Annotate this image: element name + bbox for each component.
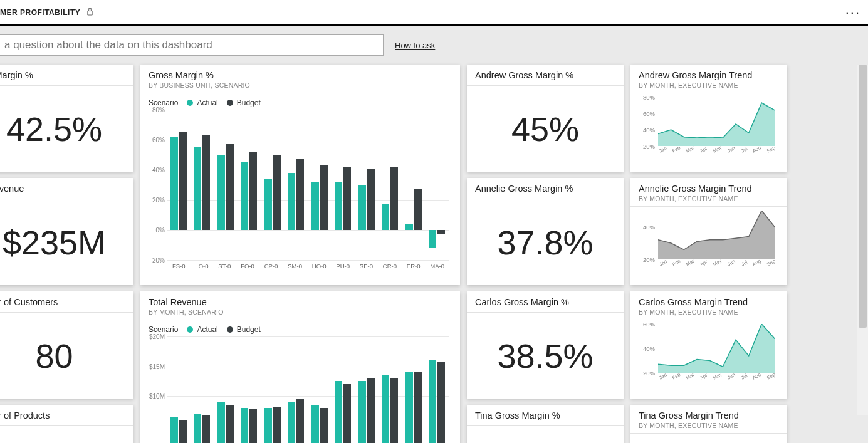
sparkline-annelie: 20%40%JanFebMarAprMayJunJulAugSep (643, 211, 775, 267)
legend-actual: Actual (187, 325, 217, 334)
tile-title: l Revenue (0, 184, 125, 194)
tile-tina-trend[interactable]: Tina Gross Margin Trend BY MONTH, EXECUT… (630, 405, 787, 443)
kpi-value: 42.5% (6, 110, 102, 149)
tile-andrew-trend[interactable]: Andrew Gross Margin Trend BY MONTH, EXEC… (630, 65, 787, 172)
legend-actual: Actual (187, 98, 217, 107)
tile-subtitle: BY BUSINESS UNIT, SCENARIO (149, 81, 452, 89)
dashboard-canvas: ss Margin % 42.5% l Revenue $235M nber o… (0, 65, 868, 443)
ask-bar: How to ask (0, 26, 868, 65)
tile-title: Annelie Gross Margin Trend (639, 184, 779, 194)
tile-subtitle: BY MONTH, EXECUTIVE NAME (639, 195, 779, 202)
tile-title: Gross Margin % (149, 70, 452, 80)
tile-title: Tina Gross Margin % (475, 410, 615, 420)
top-bar: MER PROFITABILITY ··· (0, 0, 868, 26)
kpi-value: 45% (511, 110, 579, 149)
tile-subtitle: BY MONTH, EXECUTIVE NAME (639, 81, 779, 89)
kpi-total-revenue[interactable]: l Revenue $235M (0, 178, 133, 285)
tile-title: Carlos Gross Margin % (475, 297, 615, 307)
tile-title: Total Revenue (149, 297, 452, 307)
tile-title: Tina Gross Margin Trend (639, 410, 779, 420)
kpi-tina-gm[interactable]: Tina Gross Margin % (467, 405, 624, 443)
lock-icon (86, 7, 93, 18)
tile-title: Carlos Gross Margin Trend (639, 297, 779, 307)
more-options-icon[interactable]: ··· (845, 4, 860, 21)
legend: Scenario Actual Budget (140, 320, 460, 336)
kpi-products[interactable]: nber of Products (0, 405, 133, 443)
kpi-customers[interactable]: nber of Customers 80 (0, 291, 133, 399)
kpi-andrew-gm[interactable]: Andrew Gross Margin % 45% (467, 65, 624, 172)
kpi-annelie-gm[interactable]: Annelie Gross Margin % 37.8% (467, 178, 624, 285)
tile-annelie-trend[interactable]: Annelie Gross Margin Trend BY MONTH, EXE… (630, 178, 787, 285)
tile-title: nber of Products (0, 410, 125, 420)
tile-title: ss Margin % (0, 70, 125, 80)
qa-input[interactable] (0, 34, 384, 56)
tile-subtitle: BY MONTH, SCENARIO (149, 308, 452, 316)
tile-subtitle: BY MONTH, EXECUTIVE NAME (639, 422, 779, 429)
tile-revenue-by-month[interactable]: Total Revenue BY MONTH, SCENARIO Scenari… (140, 291, 460, 443)
legend-budget: Budget (227, 325, 261, 334)
tile-title: Annelie Gross Margin % (475, 184, 615, 194)
sparkline-andrew: 20%40%60%80%JanFebMarAprMayJunJulAugSep (643, 97, 775, 154)
tile-title: Andrew Gross Margin % (475, 70, 615, 80)
vertical-scrollbar[interactable] (857, 65, 868, 415)
kpi-value: 80 (35, 336, 73, 375)
kpi-value: $235M (3, 223, 106, 262)
bar-chart-revenue: $10M$15M$20M JanFebMarAprMayJunJulAugSep… (140, 336, 460, 443)
tile-carlos-trend[interactable]: Carlos Gross Margin Trend BY MONTH, EXEC… (630, 291, 787, 399)
kpi-gross-margin[interactable]: ss Margin % 42.5% (0, 65, 133, 172)
sparkline-carlos: 20%40%60%JanFebMarAprMayJunJulAugSep (643, 324, 775, 380)
tile-title: nber of Customers (0, 297, 125, 307)
tile-title: Andrew Gross Margin Trend (639, 70, 779, 80)
how-to-ask-link[interactable]: How to ask (395, 41, 435, 50)
legend-budget: Budget (227, 98, 261, 107)
legend: Scenario Actual Budget (140, 93, 460, 110)
kpi-value: 38.5% (497, 336, 593, 375)
kpi-value: 37.8% (497, 223, 593, 262)
bar-chart-gm: -20%0%20%40%60%80% FS-0LO-0ST-0FO-0CP-0S… (140, 110, 460, 274)
kpi-carlos-gm[interactable]: Carlos Gross Margin % 38.5% (467, 291, 624, 399)
tile-subtitle: BY MONTH, EXECUTIVE NAME (639, 308, 779, 316)
tile-gm-by-bu[interactable]: Gross Margin % BY BUSINESS UNIT, SCENARI… (140, 65, 460, 285)
dashboard-title: MER PROFITABILITY (0, 8, 80, 17)
